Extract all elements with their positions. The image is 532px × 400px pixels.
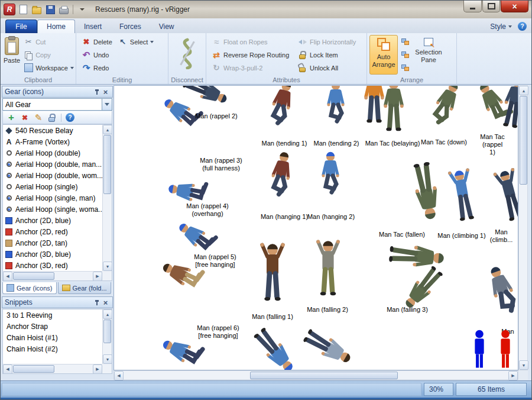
gear-list-item[interactable]: Aerial Hoop (single, man): [3, 192, 102, 204]
lock-gear-button[interactable]: [47, 113, 57, 122]
canvas[interactable]: Man (rappel 2)Man (tending 1)Man (tendin…: [113, 85, 518, 370]
edit-gear-button[interactable]: [34, 113, 43, 122]
canvas-figure[interactable]: [248, 322, 301, 370]
scrollbar-thumb[interactable]: [520, 96, 527, 185]
canvas-figure[interactable]: [264, 149, 297, 202]
select-button[interactable]: Select: [116, 37, 156, 47]
help-button[interactable]: [518, 20, 527, 33]
canvas-figure[interactable]: [481, 262, 518, 322]
tab-home[interactable]: Home: [37, 20, 75, 33]
scroll-right-button[interactable]: ▶: [93, 364, 102, 374]
scroll-down-button[interactable]: ▼: [103, 262, 112, 271]
reverse-rope-routing-button[interactable]: Reverse Rope Routing: [210, 50, 294, 60]
snippet-list-item[interactable]: Anchor Strap: [3, 321, 102, 332]
arrange-order-button-3[interactable]: [399, 63, 411, 73]
lock-item-button[interactable]: Lock Item: [296, 50, 358, 60]
canvas-figure[interactable]: [263, 85, 300, 132]
canvas-figure[interactable]: [491, 167, 518, 224]
style-menu[interactable]: Style: [490, 20, 512, 33]
snippets-vertical-scrollbar[interactable]: ▲ ▼: [102, 309, 112, 364]
gear-filter-dropdown[interactable]: All Gear: [2, 98, 112, 111]
tab-forces[interactable]: Forces: [111, 20, 150, 33]
maximize-button[interactable]: [482, 1, 500, 12]
zoom-level[interactable]: 30%: [424, 383, 453, 396]
canvas-figure[interactable]: [314, 240, 342, 296]
canvas-figure[interactable]: [495, 329, 515, 369]
selection-pane-button[interactable]: Selection Pane: [412, 35, 445, 75]
canvas-figure[interactable]: [407, 159, 446, 222]
tab-file[interactable]: File: [5, 20, 37, 33]
gear-list-item[interactable]: 540 Rescue Belay: [3, 125, 102, 136]
gear-list-item[interactable]: Anchor (2D, blue): [3, 215, 102, 226]
scroll-right-button[interactable]: ▶: [508, 371, 518, 380]
gear-help-button[interactable]: [66, 113, 74, 122]
scroll-left-button[interactable]: ◀: [3, 272, 12, 281]
scroll-down-button[interactable]: ▼: [519, 360, 528, 370]
scrollbar-thumb[interactable]: [13, 365, 54, 373]
unlock-all-button[interactable]: Unlock All: [296, 63, 358, 73]
canvas-figure[interactable]: [324, 85, 348, 127]
float-on-ropes-button[interactable]: Float on Ropes: [210, 37, 294, 47]
save-button[interactable]: [44, 4, 56, 15]
cut-button[interactable]: Cut: [22, 37, 76, 47]
canvas-figure[interactable]: [299, 323, 357, 370]
delete-gear-button[interactable]: [20, 113, 30, 122]
wrap-3-pull-2-button[interactable]: Wrap-3-pull-2: [210, 63, 294, 73]
flip-horizontally-button[interactable]: Flip Horizontally: [296, 37, 358, 47]
workspace-button[interactable]: Workspace: [22, 63, 76, 73]
scroll-up-button[interactable]: ▲: [103, 125, 112, 134]
canvas-figure[interactable]: [423, 85, 467, 133]
gear-list-item[interactable]: Aerial Hoop (single): [3, 181, 102, 192]
dropdown-arrow-button[interactable]: [102, 99, 112, 110]
qat-customize-button[interactable]: [76, 4, 88, 15]
scroll-left-button[interactable]: ◀: [114, 371, 124, 380]
scroll-left-button[interactable]: ◀: [3, 364, 12, 374]
canvas-vertical-scrollbar[interactable]: ▲ ▼: [518, 85, 528, 370]
arrange-order-button-2[interactable]: [399, 50, 411, 60]
gear-list-item[interactable]: A-Frame (Vortex): [3, 136, 102, 147]
scroll-up-button[interactable]: ▲: [519, 86, 528, 95]
snippets-horizontal-scrollbar[interactable]: ◀ ▶: [3, 364, 102, 373]
arrange-order-button-1[interactable]: [399, 37, 411, 47]
snippet-list-item[interactable]: Chain Hoist (#1): [3, 332, 102, 343]
scroll-up-button[interactable]: ▲: [103, 309, 112, 319]
print-button[interactable]: [58, 4, 70, 15]
gear-panel-pin-button[interactable]: [92, 88, 101, 96]
gear-list-item[interactable]: Anchor (2D, red): [3, 226, 102, 237]
scroll-down-button[interactable]: ▼: [103, 354, 112, 364]
canvas-figure[interactable]: [258, 243, 287, 302]
gear-list-item[interactable]: Aerial Hoop (double, man...: [3, 159, 102, 170]
canvas-figure[interactable]: [319, 151, 342, 198]
scrollbar-thumb[interactable]: [13, 272, 54, 280]
tab-view[interactable]: View: [150, 20, 183, 33]
new-file-button[interactable]: [17, 4, 29, 15]
gear-list-item[interactable]: Aerial Hoop (single, woma...: [3, 204, 102, 215]
paste-button[interactable]: Paste: [3, 35, 21, 75]
redo-button[interactable]: Redo: [80, 63, 114, 73]
scrollbar-thumb[interactable]: [103, 135, 111, 194]
scroll-right-button[interactable]: ▶: [93, 272, 102, 281]
gear-list-item[interactable]: Anchor (3D, red): [3, 260, 102, 271]
gear-list-vertical-scrollbar[interactable]: ▲ ▼: [102, 125, 112, 271]
snippets-close-button[interactable]: [101, 298, 110, 307]
scrollbar-thumb[interactable]: [103, 320, 111, 343]
scrollbar-thumb[interactable]: [250, 372, 398, 379]
canvas-horizontal-scrollbar[interactable]: ◀ ▶: [113, 370, 518, 380]
gear-panel-close-button[interactable]: [101, 88, 110, 96]
snippet-list-item[interactable]: Chain Hoist (#2): [3, 343, 102, 354]
copy-button[interactable]: Copy: [22, 50, 76, 60]
add-gear-button[interactable]: [7, 113, 16, 122]
snippets-pin-button[interactable]: [92, 298, 101, 307]
snippet-list-item[interactable]: 3 to 1 Reeving: [3, 309, 102, 321]
gear-list-item[interactable]: Aerial Hoop (double, wom...: [3, 170, 102, 181]
delete-button[interactable]: Delete: [80, 37, 114, 47]
canvas-figure[interactable]: [380, 85, 407, 132]
minimize-button[interactable]: [463, 1, 482, 12]
tab-insert[interactable]: Insert: [75, 20, 111, 33]
auto-arrange-button[interactable]: Auto Arrange: [369, 35, 398, 75]
gear-list-item[interactable]: Anchor (2D, tan): [3, 237, 102, 249]
canvas-figure[interactable]: [446, 167, 481, 223]
undo-button[interactable]: Undo: [80, 50, 114, 60]
canvas-figure[interactable]: [469, 329, 489, 369]
app-icon[interactable]: R: [4, 4, 15, 15]
